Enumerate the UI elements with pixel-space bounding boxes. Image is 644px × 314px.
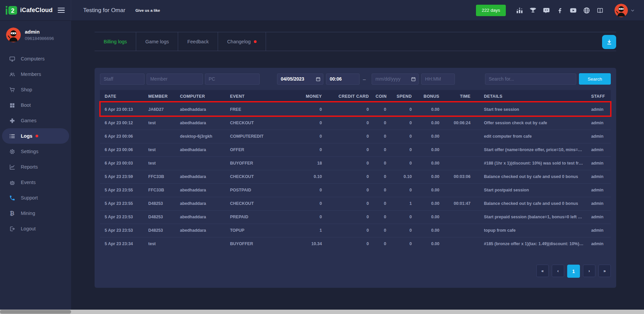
cell-time — [443, 103, 474, 116]
discord-icon[interactable] — [542, 6, 551, 14]
time-from-input[interactable] — [326, 74, 360, 85]
scrollbar-thumb[interactable] — [0, 310, 71, 314]
pagination: «‹1›» — [100, 265, 611, 278]
cell-details: #185 (bronze offer x 1)(tax: 1.49)(disco… — [474, 237, 588, 251]
cell-details: edit computer from cafe — [474, 130, 588, 143]
cell-staff: admin — [588, 116, 611, 130]
table-row[interactable]: 5 Apr 23 23:55FFC33BabedhaddaraPOSTPAID0… — [100, 183, 611, 197]
windows-icon — [9, 102, 15, 108]
calendar-icon[interactable] — [316, 77, 321, 82]
cell-credit_card: 0 — [325, 170, 372, 183]
cell-credit_card: 0 — [325, 103, 372, 116]
pagination-button[interactable]: » — [598, 265, 611, 277]
tab-billing-logs[interactable]: Billing logs — [95, 32, 136, 51]
table-row[interactable]: 5 Apr 23 23:53D48253abedhaddaraPREPAID00… — [100, 210, 611, 224]
cell-member: FFC33B — [145, 183, 176, 197]
horizontal-scrollbar[interactable] — [0, 310, 644, 314]
cell-spend: 0 — [390, 237, 415, 251]
cell-money: 0 — [285, 103, 325, 116]
cell-date: 5 Apr 23 23:59 — [100, 170, 145, 183]
facebook-icon[interactable] — [555, 6, 564, 14]
cell-coin: 0 — [372, 237, 390, 251]
cell-details: Start prepaid session (balance=1, bonus=… — [474, 210, 588, 224]
search-input[interactable] — [485, 74, 576, 85]
member-filter-input[interactable] — [147, 74, 203, 85]
table-row[interactable]: 6 Apr 23 00:12testabedhaddaraCHECKOUT000… — [100, 116, 611, 130]
table-row[interactable]: 5 Apr 23 23:53D48253abedhaddaraTOPUP1000… — [100, 224, 611, 237]
table-row[interactable]: 6 Apr 23 00:06desktop-6j3rgkhCOMPUTEREDI… — [100, 130, 611, 143]
pagination-button[interactable]: « — [536, 265, 549, 277]
cell-time — [443, 183, 474, 197]
sidebar-item-shop[interactable]: Shop — [0, 82, 71, 97]
give-us-a-like-link[interactable]: Give us a like — [136, 8, 160, 12]
table-row[interactable]: 6 Apr 23 00:13JA6D27abedhaddaraFREE00000… — [100, 103, 611, 116]
user-name: admin — [25, 29, 54, 35]
cell-staff: admin — [588, 103, 611, 116]
cell-credit_card: 0 — [325, 237, 372, 251]
sidebar-item-support[interactable]: Support — [0, 190, 71, 206]
sidebar-item-events[interactable]: Events — [0, 175, 71, 190]
cell-money: 0 — [285, 130, 325, 143]
pc-filter-input[interactable] — [205, 74, 260, 85]
table-row[interactable]: 5 Apr 23 23:55D48253abedhaddaraCHECKOUT0… — [100, 197, 611, 210]
user-menu-button[interactable] — [614, 4, 635, 17]
sidebar-item-boot[interactable]: Boot — [0, 97, 71, 113]
cell-coin: 0 — [372, 224, 390, 237]
cell-computer: abedhaddara — [176, 197, 226, 210]
trophy-icon[interactable] — [529, 6, 537, 14]
tab-feedback[interactable]: Feedback — [178, 32, 218, 51]
ranking-icon[interactable] — [515, 6, 524, 14]
cell-spend: 0 — [390, 103, 415, 116]
sidebar-item-logs[interactable]: Logs — [2, 128, 69, 144]
sidebar-nav: Computers Members Shop Boot Games Logs S… — [0, 51, 71, 236]
cell-money: 0 — [285, 143, 325, 156]
cell-spend: 0 — [390, 224, 415, 237]
app-logo-icon: 2 — [5, 6, 17, 15]
cell-computer: abedhaddara — [176, 224, 226, 237]
pagination-button[interactable]: › — [583, 265, 595, 277]
staff-filter-input[interactable] — [100, 74, 145, 85]
table-row[interactable]: 6 Apr 23 00:03testBUYOFFER180000.00#188 … — [100, 156, 611, 170]
sidebar-item-reports[interactable]: Reports — [0, 159, 71, 175]
search-button[interactable]: Search — [579, 73, 611, 85]
cell-date: 6 Apr 23 00:03 — [100, 156, 145, 170]
youtube-icon[interactable] — [569, 6, 578, 14]
cell-date: 5 Apr 23 23:53 — [100, 224, 145, 237]
avatar — [614, 4, 628, 17]
pagination-current-page[interactable]: 1 — [567, 265, 580, 278]
calendar-icon[interactable] — [411, 77, 416, 82]
time-to-input[interactable] — [421, 74, 455, 85]
cell-event: COMPUTEREDIT — [227, 130, 285, 143]
cell-coin: 0 — [372, 130, 390, 143]
sidebar-item-games[interactable]: Games — [0, 113, 71, 128]
globe-icon[interactable] — [582, 6, 591, 14]
tab-changelog[interactable]: Changelog — [218, 32, 266, 51]
table-row[interactable]: 6 Apr 23 00:06testabedhaddaraOFFER00000.… — [100, 143, 611, 156]
cell-details: #188 (1hr x 1)(discount: 10%) was sold t… — [474, 156, 588, 170]
pagination-button[interactable]: ‹ — [552, 265, 564, 277]
sidebar-item-members[interactable]: Members — [0, 66, 71, 82]
sidebar-item-logout[interactable]: Logout — [0, 221, 71, 236]
table-wrap: DATEMEMBERCOMPUTEREVENTMONEYCREDIT CARDC… — [100, 90, 611, 251]
sidebar-user-block: admin 096184986696 — [0, 21, 71, 46]
column-header-coin: COIN — [372, 90, 390, 103]
sidebar-item-mining[interactable]: ₿Mining — [0, 206, 71, 221]
column-header-computer: COMPUTER — [176, 90, 226, 103]
cell-bonus: 0.00 — [415, 130, 443, 143]
docs-icon[interactable] — [596, 6, 604, 14]
column-header-staff: STAFF — [588, 90, 611, 103]
table-row[interactable]: 5 Apr 23 23:59FFC33BabedhaddaraCHECKOUT0… — [100, 170, 611, 183]
menu-toggle-button[interactable] — [56, 6, 66, 14]
cell-computer — [176, 156, 226, 170]
cell-event: PREPAID — [227, 210, 285, 224]
cell-computer: abedhaddara — [176, 183, 226, 197]
cafe-title: Testing for Omar — [83, 7, 125, 14]
table-row[interactable]: 5 Apr 23 23:34testBUYOFFER10.340000.00#1… — [100, 237, 611, 251]
sidebar-item-computers[interactable]: Computers — [0, 51, 71, 66]
tab-game-logs[interactable]: Game logs — [136, 32, 178, 51]
list-icon — [9, 133, 15, 139]
sidebar-item-settings[interactable]: Settings — [0, 144, 71, 159]
download-button[interactable] — [602, 35, 616, 49]
cell-member: test — [145, 143, 176, 156]
days-remaining-badge[interactable]: 222 days — [476, 5, 506, 16]
